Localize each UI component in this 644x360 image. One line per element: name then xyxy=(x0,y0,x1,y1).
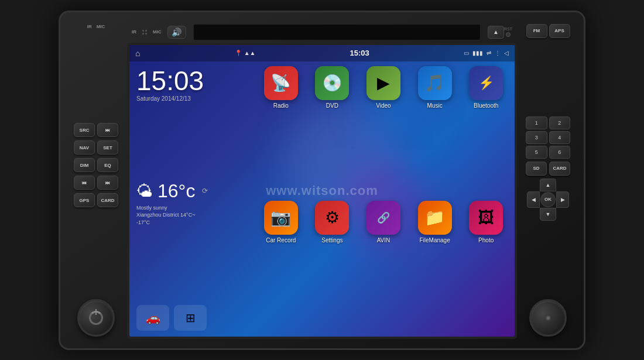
clock-time: 15:03 xyxy=(136,67,245,94)
android-back-icon[interactable]: ◁ xyxy=(504,50,509,56)
dvd-label: DVD xyxy=(326,102,338,109)
power-knob[interactable] xyxy=(77,299,115,337)
fm-button[interactable]: FM xyxy=(526,24,547,38)
sd-button[interactable]: SD xyxy=(526,162,547,176)
radio-label: Radio xyxy=(273,102,289,109)
status-right: ▭ ▮▮▮ ⇌ ⋮ ◁ xyxy=(464,50,509,56)
dpad-left-button[interactable]: ◀ xyxy=(527,191,540,208)
top-left-buttons: IR MIC 🔊 xyxy=(132,26,186,39)
eject-button[interactable]: ▲ xyxy=(488,26,504,39)
carrecord-icon: 📷 xyxy=(264,201,298,235)
numpad: 1 2 3 4 5 6 xyxy=(526,116,570,159)
num-5-button[interactable]: 5 xyxy=(526,146,547,159)
dim-button[interactable]: DIM xyxy=(74,158,95,172)
eq-button[interactable]: EQ xyxy=(97,158,118,172)
widget-grid[interactable]: ⊞ xyxy=(174,305,207,331)
battery-icon: ▮▮▮ xyxy=(472,50,483,56)
app-radio[interactable]: 📡 Radio xyxy=(257,66,305,197)
left-button-group: SRC ⏭ NAV SET DIM EQ ⏮ ⏭ GPS CARD xyxy=(70,123,122,207)
carrecord-label: Car Record xyxy=(266,237,296,244)
radio-icon: 📡 xyxy=(264,66,298,100)
photo-label: Photo xyxy=(478,237,494,244)
next-button[interactable]: ⏭ xyxy=(97,176,118,190)
ir-label: IR xyxy=(87,24,92,29)
left-row-5: GPS CARD xyxy=(70,193,122,207)
src-button[interactable]: SRC xyxy=(74,123,95,137)
right-knob-inner: ◉ xyxy=(546,314,551,321)
weather-temperature: 16°c xyxy=(157,180,195,202)
dpad-down-button[interactable]: ▼ xyxy=(540,208,556,221)
mic-indicator xyxy=(142,30,147,35)
ir-top-label: IR xyxy=(132,29,136,35)
num-2-button[interactable]: 2 xyxy=(549,116,571,129)
weather-sync-icon[interactable]: ⟳ xyxy=(202,187,208,195)
location-icon: 📍 xyxy=(235,50,242,56)
dpad-up-button[interactable]: ▲ xyxy=(540,179,556,191)
screen-bezel: www.witson.com ⌂ 📍 ▲▲ 15:03 ▭ ▮▮▮ ⇌ xyxy=(127,43,517,339)
weather-description: Mostly sunny Xiangzhou District 14°C~ -1… xyxy=(136,204,245,227)
left-row-3: DIM EQ xyxy=(70,158,122,172)
widget-car[interactable]: 🚗 xyxy=(136,305,169,331)
video-icon: ▶ xyxy=(366,66,400,100)
grid-widget-icon: ⊞ xyxy=(186,311,196,325)
car-widget-icon: 🚗 xyxy=(146,311,160,325)
app-carrecord[interactable]: 📷 Car Record xyxy=(257,201,305,332)
weather-icon: 🌤 xyxy=(136,181,153,201)
status-left: ⌂ xyxy=(135,49,140,58)
num-4-button[interactable]: 4 xyxy=(549,131,571,144)
hdmi-icon: ⇌ xyxy=(487,50,491,56)
app-filemanager[interactable]: 📁 FileManage xyxy=(411,201,459,332)
prev-button[interactable]: ⏮ xyxy=(74,176,95,190)
app-music[interactable]: 🎵 Music xyxy=(411,66,459,197)
aps-button[interactable]: APS xyxy=(549,24,570,38)
settings-label: Settings xyxy=(321,237,342,244)
nav-button[interactable]: NAV xyxy=(74,140,95,155)
skip-forward-button[interactable]: ⏭ xyxy=(97,123,118,137)
weather-row: 🌤 16°c ⟳ xyxy=(136,180,245,202)
bottom-widgets: 🚗 ⊞ xyxy=(136,305,245,331)
card-button-right[interactable]: CARD xyxy=(549,162,570,176)
app-settings[interactable]: ⚙ Settings xyxy=(309,201,357,332)
mic-label: MIC xyxy=(97,24,105,29)
center-panel: IR MIC 🔊 ▲ RST xyxy=(122,19,522,341)
music-label: Music xyxy=(427,102,443,109)
set-button[interactable]: SET xyxy=(97,140,118,155)
card-button-left[interactable]: CARD xyxy=(97,193,118,207)
num-3-button[interactable]: 3 xyxy=(526,131,547,144)
filemanager-label: FileManage xyxy=(419,237,450,244)
right-button-group: 1 2 3 4 5 6 SD CARD ▲ ◀ ▶ ▼ OK xyxy=(522,116,574,221)
left-indicators: IR MIC xyxy=(70,24,122,29)
bluetooth-label: Bluetooth xyxy=(474,102,498,109)
num-1-button[interactable]: 1 xyxy=(526,116,547,129)
app-dvd[interactable]: 💿 DVD xyxy=(309,66,357,197)
rst-label: RST xyxy=(504,27,512,31)
right-top-row: FM APS xyxy=(522,24,574,38)
app-avin[interactable]: 🔗 AVIN xyxy=(359,201,407,332)
wifi-icon: ▲▲ xyxy=(244,50,256,56)
menu-icon[interactable]: ⋮ xyxy=(495,50,501,56)
left-widget: 15:03 Saturday 2014/12/13 🌤 16°c ⟳ Mostl… xyxy=(129,61,252,337)
volume-button[interactable]: 🔊 xyxy=(167,26,186,39)
dpad-right-button[interactable]: ▶ xyxy=(556,191,569,208)
clock-widget: 15:03 Saturday 2014/12/13 xyxy=(136,67,245,102)
left-row-4: ⏮ ⏭ xyxy=(70,176,122,190)
bluetooth-icon: ⚡ xyxy=(469,66,503,100)
rst-button[interactable] xyxy=(506,32,511,37)
screen-icon: ▭ xyxy=(464,50,469,56)
home-button[interactable]: ⌂ xyxy=(135,49,140,58)
settings-icon: ⚙ xyxy=(315,201,349,235)
top-controls: IR MIC 🔊 ▲ RST xyxy=(127,22,517,43)
volume-icon: 🔊 xyxy=(172,28,181,37)
app-video[interactable]: ▶ Video xyxy=(359,66,407,197)
app-photo[interactable]: 🖼 Photo xyxy=(462,201,510,332)
avin-label: AVIN xyxy=(377,237,390,244)
left-row-1: SRC ⏭ xyxy=(70,123,122,137)
app-bluetooth[interactable]: ⚡ Bluetooth xyxy=(462,66,510,197)
right-knob[interactable]: ◉ xyxy=(529,299,567,337)
num-6-button[interactable]: 6 xyxy=(549,146,571,159)
dpad-ok-button[interactable]: OK xyxy=(540,192,556,207)
power-icon xyxy=(89,311,103,325)
filemanager-icon: 📁 xyxy=(418,201,452,235)
gps-button[interactable]: GPS xyxy=(74,193,95,207)
clock-date: Saturday 2014/12/13 xyxy=(136,95,245,102)
